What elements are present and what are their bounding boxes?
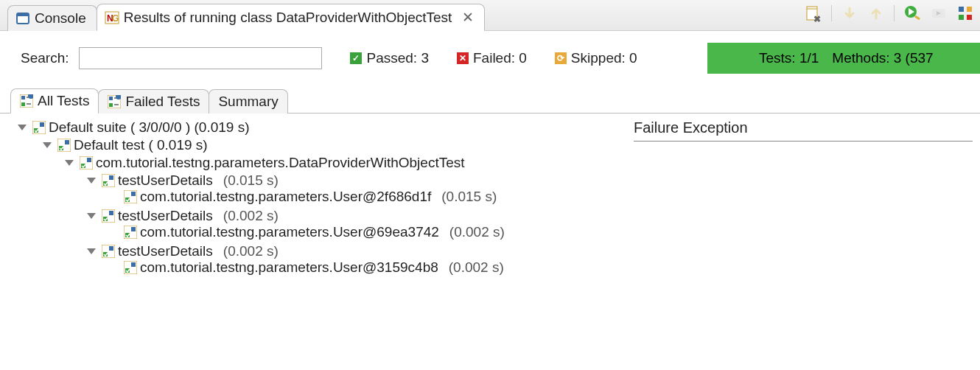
view-tab-bar: Console Results of running class DataPro… bbox=[0, 0, 980, 31]
passed-label: Passed: 3 bbox=[366, 50, 429, 66]
result-tabs: All Tests Failed Tests Summary bbox=[0, 85, 980, 114]
svg-text:✖: ✖ bbox=[813, 14, 821, 22]
suite-icon bbox=[32, 121, 46, 134]
skipped-label: Skipped: 0 bbox=[571, 50, 637, 66]
expand-icon[interactable] bbox=[87, 248, 96, 254]
testng-icon bbox=[105, 10, 119, 25]
clear-results-icon[interactable]: ✖ bbox=[805, 4, 822, 22]
summary-methods: Methods: 3 (537 bbox=[832, 50, 933, 66]
tree-suite-row[interactable]: Default suite ( 3/0/0/0 ) (0.019 s) bbox=[18, 119, 626, 136]
invocation-time: (0.015 s) bbox=[441, 189, 497, 205]
invocation-time: (0.002 s) bbox=[449, 224, 505, 240]
svg-rect-20 bbox=[959, 15, 964, 20]
expand-icon[interactable] bbox=[65, 160, 74, 166]
toolbar-right: ✖ bbox=[805, 4, 974, 22]
class-label: com.tutorial.testng.parameters.DataProvi… bbox=[96, 155, 465, 171]
tab-results-label: Results of running class DataProviderWit… bbox=[124, 10, 452, 26]
stats-bar: Search: ✓ Passed: 3 ✕ Failed: 0 ⟳ Skippe… bbox=[0, 31, 980, 85]
expand-icon[interactable] bbox=[87, 213, 96, 219]
failed-icon: ✕ bbox=[457, 52, 469, 64]
method-icon bbox=[102, 245, 115, 258]
separator bbox=[894, 5, 895, 21]
expand-icon[interactable] bbox=[18, 125, 27, 130]
tab-results[interactable]: Results of running class DataProviderWit… bbox=[97, 4, 486, 31]
skipped-stat: ⟳ Skipped: 0 bbox=[555, 50, 637, 66]
test-label: Default test ( 0.019 s) bbox=[74, 137, 208, 153]
svg-rect-19 bbox=[959, 7, 964, 12]
invocation-icon bbox=[124, 261, 137, 274]
tab-failed-tests-label: Failed Tests bbox=[125, 94, 200, 110]
tree-invocation-row[interactable]: com.tutorial.testng.parameters.User@2f68… bbox=[18, 189, 626, 205]
invocation-label: com.tutorial.testng.parameters.User@2f68… bbox=[140, 189, 431, 205]
tab-console-label: Console bbox=[35, 10, 86, 27]
console-icon bbox=[15, 11, 30, 26]
tree-method-row[interactable]: testUserDetails (0.015 s) bbox=[18, 172, 626, 189]
method-label: testUserDetails bbox=[118, 172, 213, 189]
search-label: Search: bbox=[21, 50, 69, 66]
tree-icon bbox=[108, 95, 121, 108]
view-menu-icon[interactable] bbox=[956, 4, 974, 22]
tab-summary[interactable]: Summary bbox=[209, 89, 287, 114]
next-failure-icon bbox=[841, 4, 858, 22]
expand-icon[interactable] bbox=[87, 178, 96, 184]
invocation-icon bbox=[124, 190, 137, 203]
passed-stat: ✓ Passed: 3 bbox=[350, 50, 429, 66]
class-icon bbox=[80, 156, 93, 170]
method-icon bbox=[102, 174, 115, 187]
tree-icon bbox=[20, 94, 33, 108]
method-label: testUserDetails bbox=[118, 243, 213, 259]
method-time: (0.015 s) bbox=[223, 172, 279, 189]
method-label: testUserDetails bbox=[118, 208, 213, 224]
skipped-icon: ⟳ bbox=[555, 52, 567, 64]
search-input[interactable] bbox=[79, 47, 322, 69]
tree-method-row[interactable]: testUserDetails (0.002 s) bbox=[18, 243, 626, 259]
separator bbox=[831, 5, 832, 21]
expand-icon[interactable] bbox=[43, 142, 52, 148]
summary-banner: Tests: 1/1 Methods: 3 (537 bbox=[707, 43, 980, 74]
test-tree: Default suite ( 3/0/0/0 ) (0.019 s) Defa… bbox=[0, 114, 626, 370]
passed-icon: ✓ bbox=[350, 52, 362, 64]
test-icon bbox=[57, 139, 71, 152]
svg-rect-21 bbox=[967, 7, 972, 12]
method-time: (0.002 s) bbox=[223, 243, 279, 259]
summary-tests: Tests: 1/1 bbox=[759, 50, 819, 66]
tree-invocation-row[interactable]: com.tutorial.testng.parameters.User@3159… bbox=[18, 259, 626, 276]
invocation-label: com.tutorial.testng.parameters.User@3159… bbox=[140, 259, 438, 276]
method-icon bbox=[102, 209, 115, 223]
close-icon[interactable]: ✕ bbox=[462, 9, 474, 26]
rerun-icon[interactable] bbox=[903, 4, 921, 22]
tree-invocation-row[interactable]: com.tutorial.testng.parameters.User@69ea… bbox=[18, 224, 626, 240]
failed-label: Failed: 0 bbox=[473, 50, 527, 66]
svg-rect-22 bbox=[967, 15, 972, 20]
tab-all-tests[interactable]: All Tests bbox=[10, 88, 99, 114]
suite-label: Default suite ( 3/0/0/0 ) (0.019 s) bbox=[49, 119, 249, 136]
method-time: (0.002 s) bbox=[223, 208, 279, 224]
tree-method-row[interactable]: testUserDetails (0.002 s) bbox=[18, 208, 626, 224]
prev-failure-icon bbox=[867, 4, 885, 22]
rerun-failed-icon bbox=[930, 4, 948, 22]
failure-header: Failure Exception bbox=[634, 119, 973, 142]
invocation-time: (0.002 s) bbox=[449, 259, 504, 276]
failed-stat: ✕ Failed: 0 bbox=[457, 50, 527, 66]
tab-console[interactable]: Console bbox=[7, 5, 97, 31]
tab-summary-label: Summary bbox=[218, 94, 278, 110]
tree-class-row[interactable]: com.tutorial.testng.parameters.DataProvi… bbox=[18, 155, 626, 171]
invocation-icon bbox=[124, 226, 137, 239]
failure-panel: Failure Exception bbox=[626, 114, 980, 370]
invocation-label: com.tutorial.testng.parameters.User@69ea… bbox=[140, 224, 439, 240]
tab-all-tests-label: All Tests bbox=[38, 93, 89, 109]
tab-failed-tests[interactable]: Failed Tests bbox=[98, 89, 209, 114]
tree-test-row[interactable]: Default test ( 0.019 s) bbox=[18, 137, 626, 153]
content-columns: Default suite ( 3/0/0/0 ) (0.019 s) Defa… bbox=[0, 114, 980, 370]
